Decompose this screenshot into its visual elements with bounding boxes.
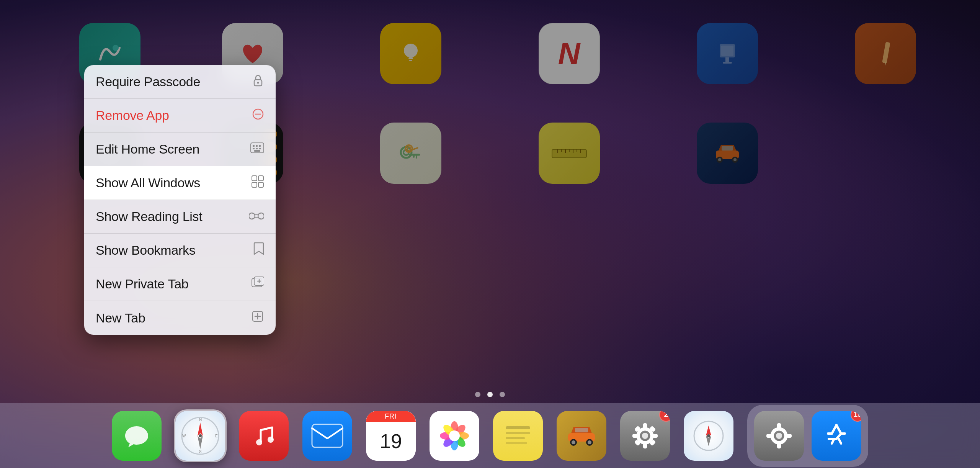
menu-item-show-bookmarks[interactable]: Show Bookmarks — [84, 234, 276, 267]
svg-rect-91 — [643, 423, 647, 429]
svg-rect-44 — [259, 148, 261, 149]
page-dots-container — [0, 392, 980, 397]
dock-app-settings[interactable]: 2 — [620, 411, 670, 461]
svg-rect-69 — [312, 424, 343, 447]
dock-app-music[interactable] — [239, 411, 289, 461]
svg-point-67 — [256, 439, 262, 445]
svg-rect-49 — [258, 182, 263, 187]
appstore-app-icon: 19 — [812, 411, 861, 461]
menu-item-show-all-windows[interactable]: Show All Windows — [84, 166, 276, 200]
mail-app-icon — [302, 411, 352, 461]
svg-rect-81 — [506, 437, 525, 439]
svg-marker-101 — [706, 436, 711, 446]
cargame-app-icon — [557, 411, 606, 461]
svg-rect-105 — [777, 423, 781, 429]
dock-app-cargame[interactable] — [557, 411, 606, 461]
svg-point-102 — [707, 434, 710, 437]
messages-app-icon — [112, 411, 162, 461]
keyboard-icon — [250, 142, 264, 156]
menu-item-new-private-tab-label: New Private Tab — [96, 277, 188, 291]
svg-rect-42 — [253, 148, 255, 149]
menu-item-show-bookmarks-label: Show Bookmarks — [96, 243, 195, 258]
dock-app-messages[interactable] — [112, 411, 162, 461]
svg-line-110 — [839, 439, 841, 443]
svg-rect-47 — [258, 176, 263, 181]
menu-item-new-tab[interactable]: New Tab — [84, 301, 276, 335]
svg-point-35 — [257, 82, 259, 83]
menu-item-edit-home-screen[interactable]: Edit Home Screen — [84, 133, 276, 166]
dock-app-photos[interactable] — [430, 411, 479, 461]
svg-point-66 — [199, 434, 202, 437]
svg-rect-46 — [252, 176, 257, 181]
svg-text:W: W — [182, 434, 186, 438]
windows-grid-icon — [251, 175, 264, 191]
settings-app-icon: 2 — [620, 411, 670, 461]
menu-item-show-reading-list-label: Show Reading List — [96, 209, 202, 224]
dock-app-appstore[interactable]: 19 — [812, 411, 861, 461]
page-dot-2[interactable] — [487, 392, 493, 397]
svg-rect-41 — [259, 145, 261, 147]
page-dot-3[interactable] — [500, 392, 505, 397]
svg-rect-88 — [575, 428, 588, 432]
svg-point-104 — [776, 433, 782, 439]
svg-rect-92 — [643, 443, 647, 448]
svg-marker-60 — [198, 422, 203, 436]
lock-icon — [252, 74, 264, 90]
svg-rect-106 — [777, 443, 781, 448]
dock: N S E W FRI — [0, 403, 980, 468]
svg-point-90 — [642, 433, 648, 439]
menu-item-require-passcode[interactable]: Require Passcode — [84, 65, 276, 99]
svg-marker-100 — [706, 425, 711, 436]
svg-rect-40 — [256, 145, 258, 147]
svg-rect-82 — [506, 442, 527, 444]
menu-item-remove-app-label: Remove App — [96, 108, 169, 123]
menu-item-new-tab-label: New Tab — [96, 311, 145, 326]
safari2-app-icon — [684, 411, 733, 461]
svg-rect-43 — [256, 148, 258, 149]
menu-item-require-passcode-label: Require Passcode — [96, 74, 200, 89]
safari-app-icon: N S E W — [175, 411, 225, 461]
menu-item-show-reading-list[interactable]: Show Reading List — [84, 200, 276, 234]
svg-marker-61 — [198, 436, 203, 449]
svg-point-68 — [268, 437, 274, 443]
svg-rect-93 — [632, 434, 638, 438]
new-tab-icon — [251, 310, 264, 326]
dock-app-safari[interactable]: N S E W — [175, 411, 225, 461]
settings2-app-icon — [754, 411, 804, 461]
appstore-badge: 19 — [851, 411, 861, 422]
svg-text:S: S — [199, 450, 202, 454]
menu-item-show-all-windows-label: Show All Windows — [96, 175, 200, 190]
svg-rect-79 — [506, 426, 530, 429]
calendar-app-icon: FRI 19 — [366, 411, 416, 461]
svg-rect-45 — [254, 150, 260, 152]
private-tab-icon — [251, 276, 264, 292]
dock-app-settings2[interactable] — [754, 411, 804, 461]
svg-rect-107 — [766, 434, 772, 438]
dock-app-safari2[interactable] — [684, 411, 733, 461]
svg-point-78 — [449, 430, 460, 441]
remove-icon — [252, 108, 264, 123]
music-app-icon — [239, 411, 289, 461]
notes-app-icon — [493, 411, 543, 461]
photos-app-icon — [430, 411, 479, 461]
page-dot-1[interactable] — [475, 392, 480, 397]
svg-text:E: E — [215, 434, 218, 438]
svg-rect-108 — [786, 434, 792, 438]
svg-point-85 — [572, 440, 575, 444]
dock-app-notes[interactable] — [493, 411, 543, 461]
dock-app-mail[interactable] — [302, 411, 352, 461]
calendar-day-name: FRI — [366, 411, 416, 422]
dock-app-group: 19 — [747, 405, 868, 467]
dock-app-calendar[interactable]: FRI 19 — [366, 411, 416, 461]
bookmarks-icon — [253, 242, 264, 259]
svg-rect-48 — [252, 182, 257, 187]
menu-item-new-private-tab[interactable]: New Private Tab — [84, 267, 276, 301]
context-menu: Require Passcode Remove App Edit Home Sc… — [84, 65, 276, 335]
reading-list-icon — [249, 209, 264, 224]
svg-rect-39 — [253, 145, 255, 147]
svg-rect-80 — [506, 432, 530, 434]
svg-text:N: N — [199, 417, 202, 422]
menu-item-remove-app[interactable]: Remove App — [84, 99, 276, 133]
calendar-day-number: 19 — [380, 422, 402, 461]
menu-item-edit-home-screen-label: Edit Home Screen — [96, 142, 199, 157]
